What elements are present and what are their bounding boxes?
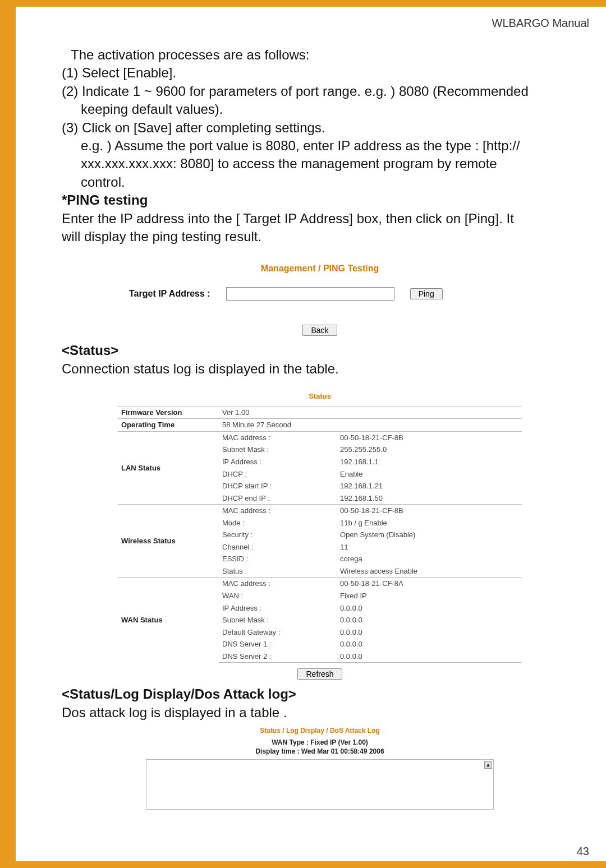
manual-header: WLBARGO Manual [492,17,589,30]
dos-panel-title: Status / Log Display / DoS Attack Log [146,726,494,735]
back-button[interactable]: Back [302,325,337,336]
intro-line: The activation processes are as follows: [62,46,578,64]
table-row: Wireless Status MAC address : 00-50-18-2… [118,505,522,517]
dos-meta-line1: WAN Type : Fixed IP (Ver 1.00) [146,738,494,747]
target-ip-input[interactable] [226,287,394,301]
wan-label: WAN Status [118,578,219,663]
ping-panel: Management / PING Testing Target IP Addr… [129,262,511,336]
op-value: 58 Minute 27 Second [219,419,522,432]
status-heading: <Status> [62,341,578,359]
lan-label: LAN Status [118,431,219,504]
page-content: The activation processes are as follows:… [62,7,578,810]
table-row: Operating Time 58 Minute 27 Second [118,419,522,432]
ping-button[interactable]: Ping [410,288,443,299]
ping-desc2: will display the ping testing result. [62,228,578,246]
dos-log-box[interactable]: ▲ [146,759,494,810]
page-number: 43 [577,845,589,858]
status-panel: Status Firmware Version Ver 1.00 Operati… [118,391,522,680]
target-ip-label: Target IP Address : [129,288,210,300]
refresh-button[interactable]: Refresh [297,668,342,680]
ping-heading: *PING testing [62,191,578,209]
intro-step3: (3) Click on [Save] after completing set… [62,119,578,137]
wifi-label: Wireless Status [118,505,219,578]
dos-heading: <Status/Log Display/Dos Attack log> [62,685,578,703]
fw-label: Firmware Version [118,406,219,419]
table-row: WAN Status MAC address : 00-50-18-21-CF-… [118,578,522,590]
bottom-accent-bar [0,861,606,868]
dos-panel: Status / Log Display / DoS Attack Log WA… [146,726,494,810]
table-row: LAN Status MAC address : 00-50-18-21-CF-… [118,431,522,444]
scroll-up-icon[interactable]: ▲ [484,761,492,769]
table-row: Firmware Version Ver 1.00 [118,406,522,419]
top-accent-bar [0,0,606,7]
ping-panel-title: Management / PING Testing [129,262,511,275]
intro-eg1: e.g. ) Assume the port value is 8080, en… [62,137,578,155]
status-desc: Connection status log is displayed in th… [62,360,578,378]
dos-meta-line2: Display time : Wed Mar 01 00:58:49 2006 [146,747,494,756]
intro-eg2: xxx.xxx.xxx.xxx: 8080] to access the man… [62,155,578,173]
ping-desc1: Enter the IP address into the [ Target I… [62,210,578,228]
intro-step1: (1) Select [Enable]. [62,64,578,82]
op-label: Operating Time [118,419,219,432]
intro-step2b: keeping default values). [62,100,578,118]
intro-eg3: control. [62,173,578,191]
status-table: Firmware Version Ver 1.00 Operating Time… [118,406,522,663]
status-panel-title: Status [118,391,522,401]
side-accent-bar [0,0,16,868]
fw-value: Ver 1.00 [219,406,522,419]
dos-desc: Dos attack log is displayed in a table . [62,704,578,722]
intro-step2: (2) Indicate 1 ~ 9600 for parameters of … [62,82,578,100]
